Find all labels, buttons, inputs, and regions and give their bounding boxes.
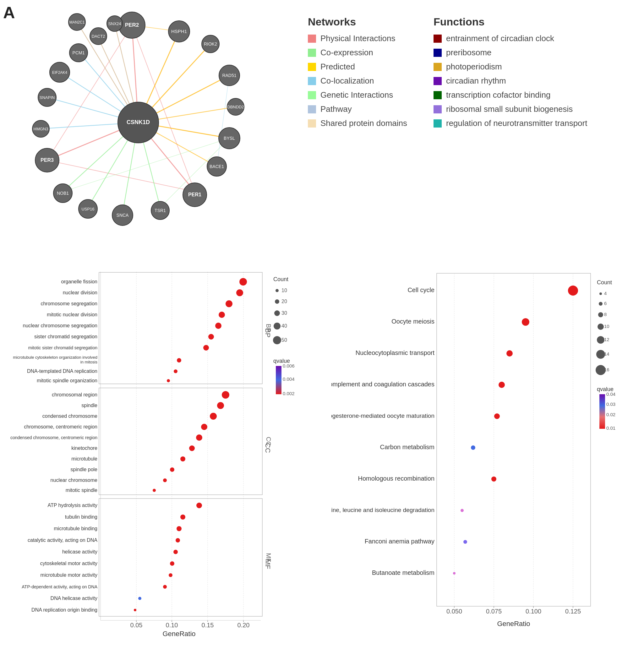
svg-text:DACT2: DACT2: [92, 34, 105, 39]
svg-text:mitotic spindle: mitotic spindle: [66, 488, 97, 493]
svg-text:40: 40: [282, 323, 287, 328]
svg-point-140: [176, 526, 182, 531]
legend-item-neurotransmitter: regulation of neurotransmitter transport: [434, 118, 587, 128]
svg-text:ATP hydrolysis activity: ATP hydrolysis activity: [48, 502, 97, 508]
preribosome-label: preribosome: [446, 48, 492, 57]
svg-point-148: [169, 573, 172, 577]
svg-text:DNA helicase activity: DNA helicase activity: [51, 595, 97, 601]
svg-point-114: [167, 379, 170, 382]
physical-label: Physical Interactions: [320, 34, 395, 43]
network-graph: CSNK1D PER2 HSPH1 RIOK2 RAD51 DBNDD2 BYS…: [10, 6, 292, 239]
svg-text:tubulin binding: tubulin binding: [65, 514, 97, 519]
circadian-label: entrainment of circadian clock: [446, 34, 554, 43]
svg-text:12: 12: [604, 337, 609, 342]
legend-item-preribosome: preribosome: [434, 48, 587, 57]
svg-text:BACE1: BACE1: [210, 164, 224, 169]
svg-text:Oocyte meiosis: Oocyte meiosis: [392, 318, 434, 325]
legend-item-pathway: Pathway: [308, 104, 407, 114]
physical-color: [308, 35, 316, 43]
ribosomal-color: [434, 105, 442, 113]
svg-text:spindle: spindle: [81, 403, 97, 408]
shared-label: Shared protein domains: [320, 118, 407, 128]
svg-point-126: [189, 445, 195, 451]
svg-point-219: [596, 350, 605, 359]
svg-text:chromosome, centromeric region: chromosome, centromeric region: [24, 424, 97, 430]
neurotransmitter-color: [434, 119, 442, 128]
svg-text:nuclear chromosome segregation: nuclear chromosome segregation: [23, 323, 97, 328]
predicted-label: Predicted: [320, 62, 355, 72]
svg-point-205: [463, 540, 467, 544]
legend-item-genetic: Genetic Interactions: [308, 90, 407, 100]
svg-text:0.20: 0.20: [238, 622, 250, 629]
svg-point-191: [522, 318, 529, 326]
svg-text:chromosomal region: chromosomal region: [52, 392, 97, 397]
svg-text:mitotic nuclear division: mitotic nuclear division: [47, 312, 97, 317]
svg-line-17: [63, 138, 229, 192]
svg-text:16: 16: [604, 367, 609, 372]
svg-text:RAD51: RAD51: [222, 73, 236, 78]
svg-text:microtubule cytoskeleton organ: microtubule cytoskeleton organization in…: [13, 355, 97, 360]
svg-point-201: [491, 476, 496, 481]
svg-text:MF: MF: [265, 553, 272, 562]
svg-point-118: [217, 402, 224, 409]
svg-text:nuclear chromosome: nuclear chromosome: [51, 477, 98, 483]
functions-legend-title: Functions: [434, 16, 587, 28]
svg-point-152: [138, 597, 141, 600]
dotplot-c: 0.050 0.075 0.100 0.125 GeneRatio Cell c…: [332, 265, 639, 642]
svg-point-209: [600, 292, 602, 295]
legend-item-photoperiodism: photoperiodism: [434, 62, 587, 72]
svg-text:MAN2C1: MAN2C1: [70, 20, 85, 24]
svg-point-197: [494, 413, 500, 419]
svg-text:chromosome segregation: chromosome segregation: [40, 301, 97, 306]
svg-point-110: [177, 358, 181, 362]
legend-item-shared: Shared protein domains: [308, 118, 407, 128]
svg-text:GeneRatio: GeneRatio: [497, 620, 530, 628]
svg-rect-224: [600, 394, 605, 429]
svg-point-134: [153, 489, 156, 492]
svg-point-215: [598, 324, 604, 330]
svg-point-128: [180, 456, 185, 461]
svg-point-97: [236, 289, 243, 296]
svg-point-132: [163, 478, 167, 482]
svg-point-95: [240, 278, 247, 286]
transcription-label: transcription cofactor binding: [446, 90, 550, 100]
svg-point-138: [180, 515, 185, 519]
legend-item-ribosomal: ribosomal small subunit biogenesis: [434, 104, 587, 114]
genetic-color: [308, 91, 316, 99]
svg-point-112: [174, 369, 177, 373]
svg-text:in mitosis: in mitosis: [80, 360, 98, 364]
svg-point-146: [170, 561, 174, 566]
svg-point-195: [498, 382, 505, 388]
dotplot-c-panel: 0.050 0.075 0.100 0.125 GeneRatio Cell c…: [332, 265, 639, 658]
svg-text:0.004: 0.004: [283, 376, 295, 382]
svg-point-103: [215, 323, 222, 329]
photoperiodism-label: photoperiodism: [446, 62, 502, 72]
neurotransmitter-label: regulation of neurotransmitter transport: [446, 118, 587, 128]
svg-point-156: [276, 289, 279, 292]
svg-text:catalytic activity, acting on : catalytic activity, acting on DNA: [27, 537, 97, 543]
colocalization-label: Co-localization: [320, 76, 374, 86]
legend-item-circadian: entrainment of circadian clock: [434, 34, 587, 43]
svg-point-162: [273, 323, 281, 329]
svg-point-101: [219, 311, 225, 318]
svg-text:0.050: 0.050: [447, 608, 462, 615]
circadian-color: [434, 35, 442, 43]
svg-text:0.04: 0.04: [606, 392, 615, 397]
svg-point-199: [471, 445, 475, 450]
svg-text:mitotic spindle organization: mitotic spindle organization: [37, 378, 97, 383]
svg-point-189: [568, 286, 578, 296]
svg-point-150: [163, 585, 167, 589]
svg-point-213: [598, 312, 603, 317]
svg-point-203: [460, 509, 464, 512]
genetic-label: Genetic Interactions: [320, 90, 393, 100]
svg-text:0.03: 0.03: [606, 401, 615, 407]
svg-point-154: [134, 609, 136, 611]
legend-item-circrhythm: circadian rhythm: [434, 76, 587, 86]
svg-point-116: [222, 391, 229, 399]
svg-text:Fanconi anemia pathway: Fanconi anemia pathway: [365, 538, 434, 545]
svg-point-217: [597, 336, 604, 344]
svg-text:0.05: 0.05: [130, 622, 143, 629]
svg-text:CC: CC: [265, 437, 272, 446]
svg-text:DNA replication origin binding: DNA replication origin binding: [32, 607, 97, 612]
svg-text:condensed chromosome: condensed chromosome: [42, 413, 97, 419]
